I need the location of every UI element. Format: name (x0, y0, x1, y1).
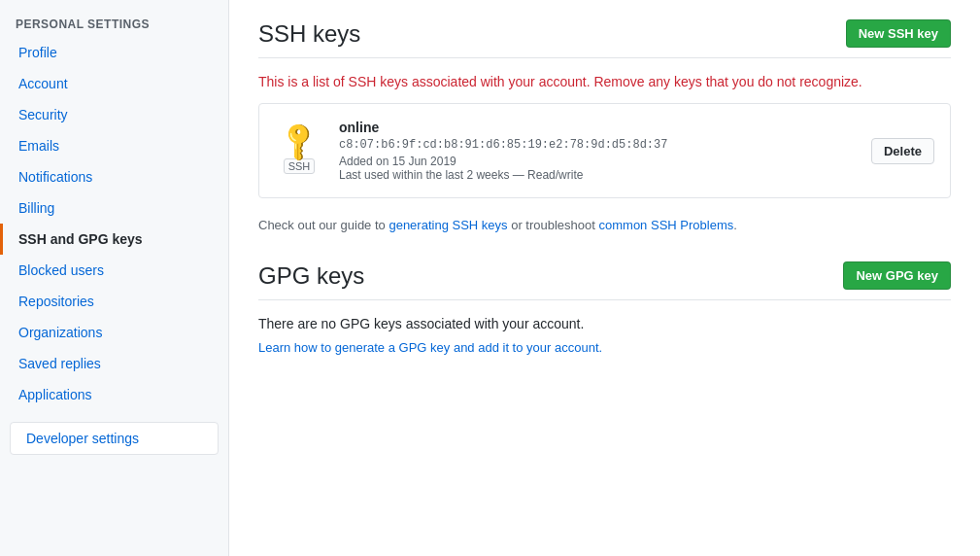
ssh-key-icon-area: 🔑 SSH (275, 127, 323, 174)
sidebar-item-billing[interactable]: Billing (0, 192, 228, 224)
key-fingerprint: c8:07:b6:9f:cd:b8:91:d6:85:19:e2:78:9d:d… (339, 138, 871, 152)
sidebar-heading: Personal settings (0, 10, 228, 37)
gpg-section: GPG keys New GPG key There are no GPG ke… (258, 261, 951, 355)
sidebar-item-emails[interactable]: Emails (0, 130, 228, 161)
sidebar-item-notifications[interactable]: Notifications (0, 161, 228, 192)
gpg-section-header: GPG keys New GPG key (258, 261, 951, 300)
learn-gpg-link[interactable]: Learn how to generate a GPG key and add … (258, 340, 602, 355)
sidebar-developer-settings[interactable]: Developer settings (10, 422, 219, 455)
sidebar-item-profile[interactable]: Profile (0, 37, 228, 68)
sidebar-item-security[interactable]: Security (0, 99, 228, 130)
common-ssh-problems-link[interactable]: common SSH Problems (599, 218, 734, 232)
guide-text-before: Check out our guide to (258, 218, 389, 232)
no-gpg-keys-text: There are no GPG keys associated with yo… (258, 316, 951, 331)
ssh-key-card: 🔑 SSH online c8:07:b6:9f:cd:b8:91:d6:85:… (258, 103, 951, 198)
sidebar-item-account[interactable]: Account (0, 68, 228, 99)
sidebar-item-repositories[interactable]: Repositories (0, 286, 228, 317)
key-added: Added on 15 Jun 2019 (339, 155, 871, 168)
sidebar-item-ssh-gpg[interactable]: SSH and GPG keys (0, 224, 228, 255)
sidebar-item-organizations[interactable]: Organizations (0, 317, 228, 348)
sidebar-item-applications[interactable]: Applications (0, 379, 228, 410)
sidebar: Personal settings Profile Account Securi… (0, 0, 229, 556)
key-icon: 🔑 (278, 120, 321, 163)
ssh-info-text: This is a list of SSH keys associated wi… (258, 74, 951, 89)
main-content: SSH keys New SSH key This is a list of S… (229, 0, 980, 556)
guide-text-mid: or troubleshoot (508, 218, 599, 232)
new-gpg-key-button[interactable]: New GPG key (843, 261, 951, 290)
key-name: online (339, 120, 871, 135)
gpg-section-title: GPG keys (258, 262, 364, 290)
sidebar-item-blocked-users[interactable]: Blocked users (0, 255, 228, 286)
key-last-used: Last used within the last 2 weeks — Read… (339, 168, 871, 182)
key-info: online c8:07:b6:9f:cd:b8:91:d6:85:19:e2:… (339, 120, 871, 182)
new-ssh-key-button[interactable]: New SSH key (846, 19, 951, 48)
delete-key-button[interactable]: Delete (871, 138, 934, 164)
sidebar-item-saved-replies[interactable]: Saved replies (0, 348, 228, 379)
ssh-section-header: SSH keys New SSH key (258, 19, 951, 58)
guide-text-after: . (733, 218, 737, 232)
ssh-section-title: SSH keys (258, 20, 360, 48)
generating-ssh-keys-link[interactable]: generating SSH keys (389, 218, 507, 232)
developer-settings-link[interactable]: Developer settings (11, 423, 218, 454)
guide-text: Check out our guide to generating SSH ke… (258, 218, 951, 232)
